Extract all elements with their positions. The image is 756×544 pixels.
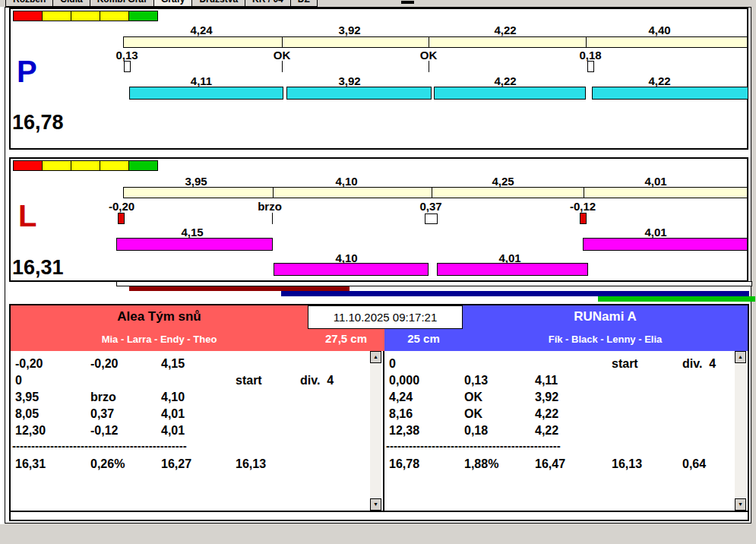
totals-row: 16,31 0,26% 16,27 16,13 <box>11 457 371 473</box>
scroll-down-button[interactable]: ▼ <box>370 498 381 511</box>
split-bar <box>129 87 283 100</box>
status-light-yellow-2 <box>71 11 100 21</box>
cell: 12,30 <box>15 424 46 438</box>
team-right-results-table: 0 start div. 4 0,000 0,13 4,11 4,24 OK 3… <box>384 351 748 512</box>
cell: 16,78 <box>389 457 419 471</box>
split-time-label: 4,15 <box>166 226 219 239</box>
split-time-label: 3,92 <box>323 24 376 36</box>
scrollbar-track[interactable] <box>370 363 381 498</box>
team-right-members: Fík - Black - Lenny - Elia <box>463 334 748 345</box>
split-time-label: 4,01 <box>629 226 682 239</box>
tab-cidla[interactable]: Čidla <box>52 0 90 7</box>
cell: OK <box>464 391 482 404</box>
status-light-yellow-1 <box>42 11 71 21</box>
split-time-label: 4,01 <box>629 175 682 188</box>
scrollbar[interactable]: ▲ ▼ <box>370 351 381 511</box>
cell: div. 4 <box>300 374 334 387</box>
timestamp: 11.10.2025 09:17:21 <box>308 305 463 329</box>
cell: 8,16 <box>389 407 413 421</box>
cell: 0,26% <box>90 457 125 471</box>
cell: 1,88% <box>464 457 498 471</box>
status-light-green <box>128 160 158 171</box>
app-window: RozběhČidlaKombi GrafGrafyDružstvaKR / 0… <box>0 0 756 544</box>
table-row: 8,05 0,37 4,01 <box>11 407 371 422</box>
tab-dz[interactable]: DZ <box>290 0 318 7</box>
table-row: 0 start div. 4 <box>384 357 735 372</box>
cell: 0,37 <box>90 407 114 421</box>
cell: 16,31 <box>15 457 46 471</box>
track-divider <box>429 37 429 47</box>
change-marker-label: 0,37 <box>404 200 457 213</box>
scroll-up-button[interactable]: ▲ <box>370 351 381 363</box>
cell: -0,20 <box>15 357 43 371</box>
scroll-up-button[interactable]: ▲ <box>735 351 746 363</box>
cell: 4,22 <box>535 407 558 421</box>
separator-row: ----------------------------------------… <box>384 439 735 454</box>
split-bar <box>274 263 429 276</box>
exchange-marker-icon <box>587 61 594 72</box>
cell: div. 4 <box>682 357 716 371</box>
cell: 0 <box>389 357 396 371</box>
split-bar <box>437 263 588 276</box>
cell: start <box>612 357 638 371</box>
team-right-name: RUNami A <box>463 309 748 324</box>
scrollbar[interactable]: ▲ ▼ <box>735 351 746 511</box>
change-marker-label: 0,13 <box>100 49 153 62</box>
cell: 0,64 <box>682 457 706 471</box>
tab-druzstva[interactable]: Družstva <box>191 0 245 7</box>
split-bar <box>592 87 748 100</box>
table-row: 4,24 OK 3,92 <box>384 391 735 406</box>
split-time-label: 4,11 <box>175 74 228 87</box>
tab-kombi-graf[interactable]: Kombi Graf <box>90 0 154 7</box>
cell: brzo <box>90 391 116 404</box>
exchange-tick-icon <box>282 61 283 72</box>
split-time-label: 4,40 <box>633 24 686 36</box>
fault-marker-icon <box>118 213 125 224</box>
cell: 4,22 <box>535 424 558 438</box>
teams-panel: Alea Tým snů RUNami A Mia - Larra - Endy… <box>9 304 749 521</box>
status-light-red <box>13 11 43 21</box>
change-marker-label: -0,12 <box>556 200 609 213</box>
cell: 4,01 <box>161 424 185 438</box>
change-marker-label: brzo <box>243 200 296 213</box>
cell: 16,47 <box>535 457 565 471</box>
comparison-bar-navy <box>281 291 749 296</box>
cell: 4,01 <box>161 407 185 421</box>
team-left-members: Mia - Larra - Endy - Theo <box>11 334 308 345</box>
separator: ----------------------------------------… <box>12 439 187 452</box>
exchange-tick-icon <box>272 213 273 224</box>
track-divider <box>273 188 274 198</box>
track-divider <box>586 37 587 47</box>
minimize-dash-icon[interactable] <box>401 1 414 4</box>
lane-p-panel: 4,24 3,92 4,22 4,40 0,13 OK OK 0,18 P 4,… <box>9 8 748 150</box>
cell: 16,13 <box>236 457 266 471</box>
cell: 4,15 <box>161 357 185 371</box>
split-time-label: 4,25 <box>476 175 530 188</box>
tab-bar: RozběhČidlaKombi GrafGrafyDružstvaKR / 0… <box>0 0 756 7</box>
table-row: 12,38 0,18 4,22 <box>384 424 735 439</box>
comparison-track <box>116 281 752 286</box>
team-left-jump-height: 27,5 cm <box>308 332 384 345</box>
change-marker-label: OK <box>255 49 308 62</box>
cell: 4,10 <box>161 391 185 404</box>
tabs-row: RozběhČidlaKombi GrafGrafyDružstvaKR / 0… <box>5 0 317 7</box>
exchange-marker-icon <box>425 213 438 224</box>
table-row: 0 start div. 4 <box>11 374 371 389</box>
separator-row: ----------------------------------------… <box>11 439 371 454</box>
scroll-down-button[interactable]: ▼ <box>735 498 746 511</box>
lane-p-total-time: 16,78 <box>12 111 64 134</box>
split-bar <box>583 238 748 251</box>
cell: 4,11 <box>535 374 558 387</box>
lane-l-letter: L <box>18 201 36 231</box>
team-right-jump-height: 25 cm <box>384 332 463 345</box>
cell: -0,12 <box>90 424 118 438</box>
tab-grafy[interactable]: Grafy <box>153 0 192 7</box>
tab-kr-04[interactable]: KR / 04 <box>245 0 291 7</box>
split-time-label: 4,10 <box>320 175 373 188</box>
scrollbar-track[interactable] <box>735 363 746 498</box>
tab-rozbeh[interactable]: Rozběh <box>5 0 53 7</box>
track-divider <box>282 37 283 47</box>
split-time-label: 4,24 <box>175 24 228 36</box>
lane-p-letter: P <box>17 56 37 87</box>
status-light-yellow-2 <box>71 160 100 171</box>
